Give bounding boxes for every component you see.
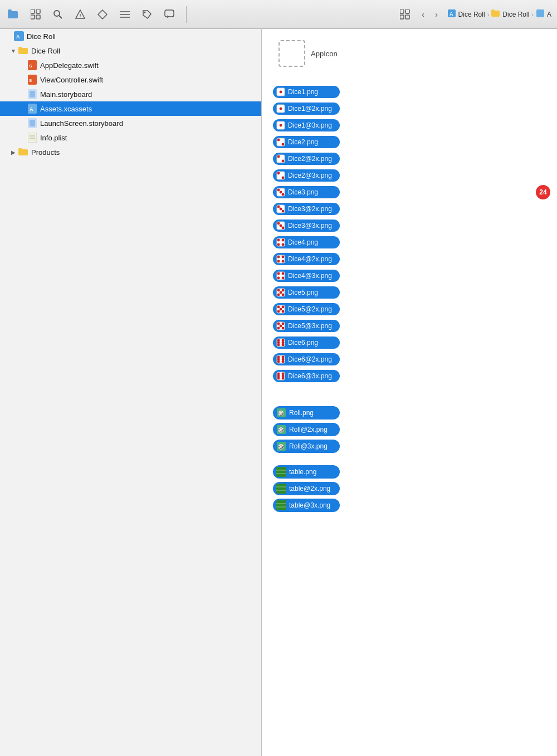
asset-thumb: [276, 138, 285, 147]
comment-icon[interactable]: [162, 7, 177, 22]
asset-row[interactable]: Dice6.png: [273, 334, 546, 351]
asset-badge[interactable]: Dice1.png: [273, 86, 340, 98]
sidebar-item-products[interactable]: ▶ Products: [0, 145, 261, 159]
asset-row[interactable]: Dice6@2x.png: [273, 351, 546, 368]
asset-row[interactable]: Dice4@3x.png: [273, 267, 546, 284]
asset-row[interactable]: table@3x.png: [273, 497, 546, 514]
asset-row[interactable]: Dice1@3x.png: [273, 117, 546, 134]
svg-rect-134: [276, 484, 286, 494]
asset-row[interactable]: 🎲Roll@3x.png: [273, 438, 546, 455]
asset-row[interactable]: Dice2.png: [273, 134, 546, 150]
sidebar-item-main-storyboard[interactable]: Main.storyboard: [0, 87, 261, 101]
tag-icon[interactable]: [139, 7, 155, 22]
asset-row[interactable]: table.png: [273, 464, 546, 480]
list-icon[interactable]: [117, 7, 133, 22]
nav-back-button[interactable]: ‹: [417, 8, 429, 21]
nav-forward-button[interactable]: ›: [431, 8, 443, 21]
asset-badge[interactable]: 🎲Roll.png: [273, 406, 340, 420]
asset-name: Dice3@3x.png: [288, 222, 332, 230]
asset-row[interactable]: Dice4.png: [273, 234, 546, 251]
breadcrumb-icon-2: [491, 9, 500, 19]
svg-point-73: [282, 239, 285, 242]
asset-badge[interactable]: Dice5@3x.png: [273, 320, 340, 332]
asset-badge[interactable]: Dice6.png: [273, 336, 340, 349]
asset-badge[interactable]: Dice5.png: [273, 286, 340, 299]
asset-badge[interactable]: Dice4@3x.png: [273, 270, 340, 282]
sidebar-item-infoplist[interactable]: Info.plist: [0, 130, 261, 145]
asset-row[interactable]: Dice2@3x.png: [273, 167, 546, 184]
asset-row[interactable]: Dice6@3x.png: [273, 368, 546, 384]
asset-badge[interactable]: Dice3.png: [273, 186, 340, 198]
sidebar-item-viewcontroller[interactable]: S ViewController.swift: [0, 72, 261, 87]
sidebar-item-project-root[interactable]: A Dice Roll: [0, 29, 261, 43]
asset-badge[interactable]: Dice3@3x.png: [273, 220, 340, 232]
warning-icon[interactable]: !: [72, 7, 88, 22]
breadcrumb-icon-3: [536, 9, 545, 19]
asset-row[interactable]: Dice5@3x.png: [273, 318, 546, 334]
dice-roll-folder-label: Dice Roll: [31, 47, 60, 55]
infoplist-label: Info.plist: [40, 134, 67, 142]
breadcrumb-label-2[interactable]: Dice Roll: [502, 11, 529, 18]
table-thumb: [276, 484, 286, 494]
asset-badge[interactable]: Dice5@2x.png: [273, 303, 340, 315]
asset-row[interactable]: Dice2@2x.png: [273, 150, 546, 167]
asset-badge[interactable]: Dice3@2x.png: [273, 203, 340, 215]
svg-point-45: [280, 91, 282, 94]
asset-row[interactable]: Dice3@3x.png: [273, 217, 546, 234]
asset-row[interactable]: Dice1.png: [273, 84, 546, 100]
grid-view-icon[interactable]: [397, 7, 413, 22]
asset-name: Dice2@3x.png: [288, 172, 332, 179]
viewcontroller-label: ViewController.swift: [40, 76, 103, 84]
asset-badge[interactable]: Dice2@2x.png: [273, 153, 340, 165]
asset-badge[interactable]: Dice2.png: [273, 136, 340, 148]
asset-row[interactable]: table@2x.png: [273, 480, 546, 497]
asset-name: Dice6@2x.png: [288, 355, 332, 363]
grid-icon[interactable]: [28, 7, 43, 22]
folder-icon[interactable]: [6, 7, 21, 22]
asset-row[interactable]: Dice5.png: [273, 284, 546, 301]
sidebar-item-launchscreen[interactable]: LaunchScreen.storyboard: [0, 116, 261, 130]
asset-row[interactable]: Dice5@2x.png: [273, 301, 546, 318]
svg-point-72: [277, 239, 280, 242]
asset-badge[interactable]: table@3x.png: [273, 499, 340, 512]
svg-point-100: [282, 323, 285, 325]
asset-badge[interactable]: Dice1@2x.png: [273, 103, 340, 115]
breadcrumb-section: ‹ › A Dice Roll › Dice Roll › A: [397, 7, 551, 22]
asset-name: Dice5@3x.png: [288, 322, 332, 330]
sidebar-item-appdelegate[interactable]: S AppDelegate.swift: [0, 58, 261, 72]
asset-badge[interactable]: table@2x.png: [273, 482, 340, 495]
asset-badge[interactable]: Dice1@3x.png: [273, 119, 340, 131]
svg-point-14: [144, 11, 146, 13]
asset-row[interactable]: Dice1@2x.png: [273, 100, 546, 117]
breadcrumb-label-1[interactable]: Dice Roll: [458, 11, 485, 18]
asset-badge[interactable]: Dice2@3x.png: [273, 169, 340, 182]
asset-row[interactable]: Dice3@2x.png: [273, 201, 546, 217]
svg-point-79: [277, 260, 280, 263]
asset-badge[interactable]: Dice6@2x.png: [273, 353, 340, 365]
svg-rect-19: [405, 15, 409, 19]
svg-point-74: [277, 243, 280, 246]
asset-badge[interactable]: Dice4@2x.png: [273, 253, 340, 265]
svg-rect-24: [536, 9, 544, 17]
asset-badge[interactable]: 🎲Roll@2x.png: [273, 423, 340, 436]
diamond-icon[interactable]: [95, 7, 110, 22]
asset-name: Dice5.png: [288, 289, 318, 296]
asset-row[interactable]: Dice4@2x.png: [273, 251, 546, 267]
asset-badge[interactable]: Dice4.png: [273, 236, 340, 248]
svg-point-85: [282, 277, 285, 280]
svg-text:A: A: [16, 34, 20, 40]
asset-badge[interactable]: Dice6@3x.png: [273, 370, 340, 382]
asset-badge[interactable]: table.png: [273, 465, 340, 479]
asset-badge[interactable]: 🎲Roll@3x.png: [273, 440, 340, 453]
search-icon[interactable]: [50, 7, 66, 22]
expand-toggle-2: ▶: [9, 148, 18, 157]
sidebar-item-assets[interactable]: A Assets.xcassets: [0, 101, 261, 116]
breadcrumb-label-3[interactable]: A: [547, 11, 551, 18]
assets-label: Assets.xcassets: [40, 105, 92, 113]
no-toggle: [18, 119, 27, 128]
sidebar-item-dice-roll-folder[interactable]: ▼ Dice Roll: [0, 43, 261, 58]
asset-row[interactable]: 🎲Roll.png: [273, 404, 546, 421]
asset-row[interactable]: Dice3.png24: [273, 184, 546, 201]
project-root-label: Dice Roll: [27, 32, 56, 41]
asset-row[interactable]: 🎲Roll@2x.png: [273, 421, 546, 438]
